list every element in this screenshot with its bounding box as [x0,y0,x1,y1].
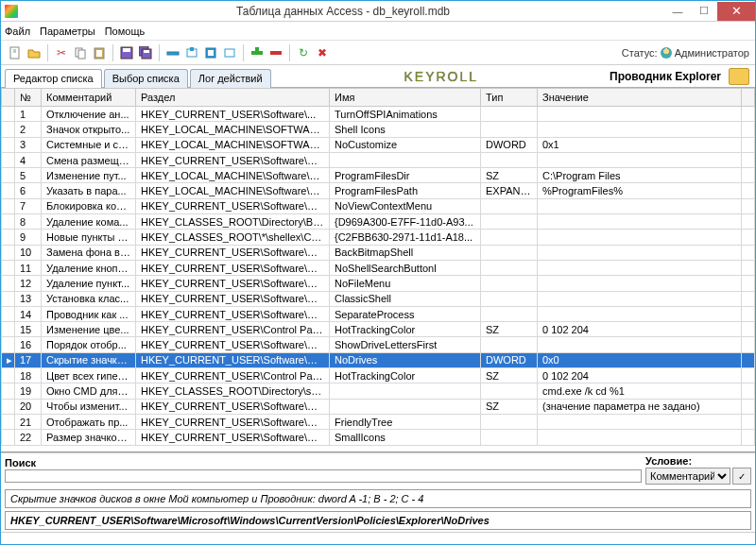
cell-section: HKEY_CURRENT_USER\Software\Mic... [136,414,330,429]
search-label: Поиск [5,457,642,468]
tool4-icon[interactable] [221,44,238,61]
table-row[interactable]: 21Отображать пр...HKEY_CURRENT_USER\Soft… [2,414,755,429]
cell-type: SZ [481,168,538,183]
cell-num: 9 [15,230,42,245]
tool3-icon[interactable] [202,44,219,61]
table-row[interactable]: 20Чтобы изменит...HKEY_CURRENT_USER\Soft… [2,399,755,414]
condition-label: Условие: [645,455,692,467]
tab-editor[interactable]: Редактор списка [5,69,102,88]
cell-num: 1 [15,107,42,122]
cell-value [538,107,742,122]
cell-section: HKEY_CURRENT_USER\Software\Mic... [136,245,330,260]
tab-log[interactable]: Лог действий [190,69,271,88]
data-table-wrap: № Комментарий Раздел Имя Тип Значение 1О… [1,88,755,452]
table-row[interactable]: 7Блокировка кон...HKEY_CURRENT_USER\Soft… [2,198,755,213]
cell-name: SeparateProcess [330,306,481,321]
table-row[interactable]: 4Смена размеще...HKEY_CURRENT_USER\Softw… [2,152,755,167]
tab-bar: Редактор списка Выбор списка Лог действи… [1,65,755,88]
menu-file[interactable]: Файл [5,26,30,37]
save-all-icon[interactable] [137,44,154,61]
delete-icon[interactable]: ✖ [314,44,331,61]
col-type[interactable]: Тип [481,89,538,107]
table-row[interactable]: 15Изменение цве...HKEY_CURRENT_USER\Cont… [2,322,755,337]
table-row[interactable]: 19Окно CMD для к...HKEY_CLASSES_ROOT\Dir… [2,383,755,399]
cell-value: %ProgramFiles% [538,183,742,198]
save-icon[interactable] [118,44,135,61]
table-row[interactable]: 10Замена фона в ...HKEY_CURRENT_USER\Sof… [2,245,755,260]
cell-type [481,291,538,306]
copy-icon[interactable] [72,44,89,61]
col-scroll [742,89,755,107]
cell-num: 14 [15,306,42,321]
table-row[interactable]: 8Удаление кома...HKEY_CLASSES_ROOT\Direc… [2,214,755,230]
svg-rect-14 [190,47,194,51]
search-input[interactable] [5,469,642,483]
table-row[interactable]: 12Удаление пункт...HKEY_CURRENT_USER\Sof… [2,276,755,291]
cell-name [330,383,481,399]
cell-section: HKEY_CURRENT_USER\Software\Mic... [136,337,330,352]
table-row[interactable]: 9Новые пункты К...HKEY_CLASSES_ROOT\*\sh… [2,230,755,245]
cell-type: EXPAND... [481,183,538,198]
table-row[interactable]: 22Размер значков...HKEY_CURRENT_USER\Sof… [2,430,755,445]
table-row[interactable]: 18Цвет всех гипер...HKEY_CURRENT_USER\Co… [2,368,755,383]
table-row[interactable]: 2Значок открыто...HKEY_LOCAL_MACHINE\SOF… [2,122,755,137]
cell-num: 11 [15,260,42,275]
cell-section: HKEY_LOCAL_MACHINE\Software\Mic... [136,168,330,183]
cut-icon[interactable]: ✂ [53,44,70,61]
folder-icon[interactable] [729,68,749,85]
open-icon[interactable] [26,44,43,61]
cell-value: C:\Program Files [538,168,742,183]
cell-num: 5 [15,168,42,183]
menu-help[interactable]: Помощь [105,26,146,37]
remove-icon[interactable] [267,44,284,61]
table-row[interactable]: 13Установка клас...HKEY_CURRENT_USER\Sof… [2,291,755,306]
table-row[interactable]: 16Порядок отобр...HKEY_CURRENT_USER\Soft… [2,337,755,352]
cell-type [481,214,538,230]
table-row[interactable]: 5Изменение пут...HKEY_LOCAL_MACHINE\Soft… [2,168,755,183]
cell-comment: Замена фона в ... [42,245,136,260]
svg-rect-4 [78,50,85,59]
search-go-button[interactable]: ✓ [732,468,751,485]
paste-icon[interactable] [91,44,108,61]
tab-select[interactable]: Выбор списка [104,69,188,88]
cell-comment: Удаление пункт... [42,276,136,291]
table-row[interactable]: 14Проводник как ...HKEY_CURRENT_USER\Sof… [2,306,755,321]
cell-type [481,276,538,291]
col-name[interactable]: Имя [330,89,481,107]
refresh-icon[interactable]: ↻ [295,44,312,61]
col-section[interactable]: Раздел [136,89,330,107]
col-comment[interactable]: Комментарий [42,89,136,107]
brand-logo: KEYROLL [404,69,479,84]
cell-num: 12 [15,276,42,291]
cell-value [538,245,742,260]
cell-name: NoViewContextMenu [330,198,481,213]
cell-value: cmd.exe /k cd %1 [538,383,742,399]
cell-comment: Новые пункты К... [42,230,136,245]
new-icon[interactable] [7,44,24,61]
apply-icon[interactable] [249,44,266,61]
col-num[interactable]: № [15,89,42,107]
table-row[interactable]: 11Удаление кнопк...HKEY_CURRENT_USER\Sof… [2,260,755,275]
table-row[interactable]: 6Указать в пара...HKEY_LOCAL_MACHINE\Sof… [2,183,755,198]
cell-num: 3 [15,137,42,152]
cell-name: HotTrackingColor [330,322,481,337]
maximize-button[interactable]: ☐ [691,2,717,21]
table-row[interactable]: ▸17Скрытие значко...HKEY_CURRENT_USER\So… [2,352,755,367]
cell-section: HKEY_CLASSES_ROOT\Directory\she... [136,383,330,399]
cell-value: 0x0 [538,352,742,367]
tool2-icon[interactable] [183,44,200,61]
cell-num: 6 [15,183,42,198]
svg-rect-6 [96,50,102,57]
col-value[interactable]: Значение [538,89,742,107]
cell-name: ClassicShell [330,291,481,306]
close-button[interactable]: ✕ [717,2,755,21]
table-row[interactable]: 1Отключение ан...HKEY_CURRENT_USER\Softw… [2,107,755,122]
condition-select[interactable]: Комментарий [645,468,730,485]
cell-value [538,276,742,291]
cell-value [538,152,742,167]
menu-params[interactable]: Параметры [40,26,95,37]
minimize-button[interactable]: — [664,2,691,21]
tool1-icon[interactable] [164,44,181,61]
cell-num: 10 [15,245,42,260]
table-row[interactable]: 3Системные и сп...HKEY_LOCAL_MACHINE\SOF… [2,137,755,152]
